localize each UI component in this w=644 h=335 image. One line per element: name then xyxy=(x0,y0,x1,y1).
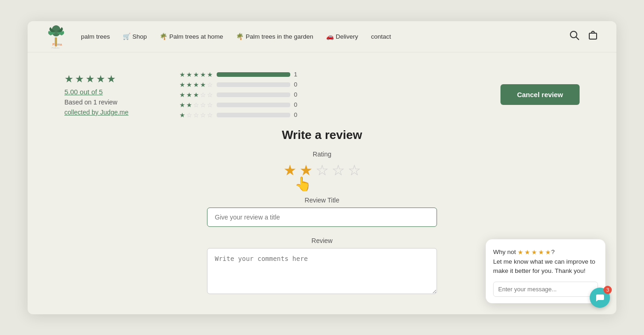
review-title-input[interactable] xyxy=(207,208,437,227)
chat-badge: 3 xyxy=(604,286,612,294)
star-2: ★ xyxy=(75,73,84,85)
nav-delivery[interactable]: 🚗 Delivery xyxy=(326,33,358,40)
chat-input[interactable] xyxy=(493,282,598,297)
nav-links: palm trees 🛒 Shop 🌴 Palm trees at home 🌴… xyxy=(81,33,566,40)
review-star-5[interactable]: ☆ xyxy=(348,162,361,179)
bar-row-1: ★☆☆☆☆ 0 xyxy=(179,111,308,119)
review-title-field-label: Review Title xyxy=(64,196,580,204)
chat-message: Why not ★★★★★ ?Let me know what we can i… xyxy=(493,248,598,276)
write-review-title: Write a review xyxy=(64,128,580,142)
nav-icons xyxy=(569,30,598,43)
bar-row-4: ★★★★☆ 0 xyxy=(179,81,308,88)
review-star-3[interactable]: ☆ xyxy=(316,162,329,179)
bar-count-2: 0 xyxy=(294,101,300,108)
bar-row-2: ★★☆☆☆ 0 xyxy=(179,101,308,109)
star-3: ★ xyxy=(86,73,95,85)
nav-palm-home[interactable]: 🌴 Palm trees at home xyxy=(160,33,223,40)
browser-window: Palma Odbita palm trees 🛒 Shop 🌴 Palm tr… xyxy=(28,21,616,314)
interactive-stars: ★ ★ ☆ ☆ ☆ 👆 xyxy=(64,162,580,179)
collected-by[interactable]: collected by Judge.me xyxy=(64,109,156,116)
review-star-1[interactable]: ★ xyxy=(283,162,297,179)
bar-count-3: 0 xyxy=(294,91,300,98)
cart-button[interactable] xyxy=(588,30,598,43)
cancel-review-button[interactable]: Cancel review xyxy=(500,84,580,105)
rating-score[interactable]: 5.00 out of 5 xyxy=(64,88,156,96)
review-star-4[interactable]: ☆ xyxy=(332,162,345,179)
cart-icon xyxy=(588,30,598,40)
nav-contact[interactable]: contact xyxy=(371,33,391,40)
bar-count-1: 0 xyxy=(294,111,300,118)
bar-row-3: ★★★☆☆ 0 xyxy=(179,91,308,98)
rating-field-label: Rating xyxy=(64,150,580,158)
review-body-textarea[interactable] xyxy=(207,248,437,294)
bar-row-5: ★★★★★ 1 xyxy=(179,71,308,78)
chat-stars: ★★★★★ xyxy=(518,248,551,257)
star-5: ★ xyxy=(107,73,116,85)
logo-icon: Palma Odbita xyxy=(46,24,66,48)
chat-bubble-button[interactable]: 3 xyxy=(590,288,610,308)
star-4: ★ xyxy=(96,73,105,85)
based-on: Based on 1 review xyxy=(64,98,156,106)
chat-bubble-icon xyxy=(595,293,605,303)
navbar: Palma Odbita palm trees 🛒 Shop 🌴 Palm tr… xyxy=(28,21,616,52)
search-button[interactable] xyxy=(569,30,580,43)
star-1: ★ xyxy=(64,73,74,85)
overall-rating: ★ ★ ★ ★ ★ 5.00 out of 5 Based on 1 revie… xyxy=(64,73,156,116)
svg-rect-6 xyxy=(589,33,597,39)
review-star-2[interactable]: ★ xyxy=(299,162,313,179)
rating-summary-row: ★ ★ ★ ★ ★ 5.00 out of 5 Based on 1 revie… xyxy=(64,71,580,119)
bar-count-5: 1 xyxy=(294,71,300,78)
logo-area[interactable]: Palma Odbita xyxy=(46,24,66,48)
bar-count-4: 0 xyxy=(294,81,300,88)
nav-palm-garden[interactable]: 🌴 Palm trees in the garden xyxy=(236,33,313,40)
search-icon xyxy=(569,30,580,40)
svg-line-5 xyxy=(576,37,579,40)
nav-shop[interactable]: 🛒 Shop xyxy=(123,33,147,40)
svg-text:Palma: Palma xyxy=(52,43,62,46)
svg-text:Odbita: Odbita xyxy=(52,47,60,48)
chat-widget: Why not ★★★★★ ?Let me know what we can i… xyxy=(486,239,605,303)
nav-palm-trees[interactable]: palm trees xyxy=(81,33,110,40)
star-bars: ★★★★★ 1 ★★★★☆ 0 ★★★☆☆ xyxy=(179,71,308,119)
overall-stars: ★ ★ ★ ★ ★ xyxy=(64,73,156,85)
